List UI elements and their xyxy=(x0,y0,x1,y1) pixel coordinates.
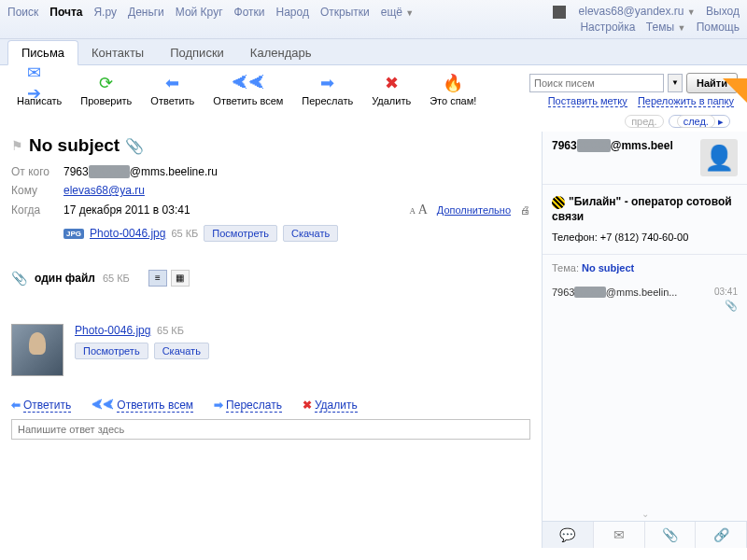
reply-all-button[interactable]: ⮜⮜Ответить всем xyxy=(205,71,290,108)
check-button[interactable]: ⟳Проверить xyxy=(73,71,139,108)
attachment-icon: 📎 xyxy=(125,137,144,155)
tab-mail[interactable]: Письма xyxy=(7,40,78,65)
search-input[interactable] xyxy=(529,74,664,92)
toolbar: ✉➔Написать ⟳Проверить ⬅Ответить ⮜⮜Ответи… xyxy=(0,65,747,114)
compose-button[interactable]: ✉➔Написать xyxy=(9,71,69,108)
next-msg[interactable]: след. ▸ xyxy=(669,115,730,128)
tab-subscriptions[interactable]: Подписки xyxy=(157,41,237,64)
move-folder-link[interactable]: Переложить в папку xyxy=(638,95,734,107)
foot-chat-icon[interactable]: 💬 xyxy=(543,522,594,548)
download-attachment-button[interactable]: Скачать xyxy=(283,225,338,242)
set-label-link[interactable]: Поставить метку xyxy=(548,95,627,107)
side-sender: 7963XXXX@mms.beel xyxy=(552,139,693,152)
top-nav-right: elevas68@yandex.ru ▼ Выход Настройка Тем… xyxy=(553,4,740,35)
message-actions: ⬅Ответить ⮜⮜Ответить всем ➡Переслать ✖Уд… xyxy=(11,399,530,412)
forward-button[interactable]: ➡Переслать xyxy=(294,71,360,108)
thread-item[interactable]: 7963XXXX@mms.beelin... 03:41 xyxy=(552,287,738,298)
when-label: Когда xyxy=(11,203,63,217)
action-delete[interactable]: Удалить xyxy=(315,399,358,413)
forward-arrow-icon: ➡ xyxy=(214,399,223,412)
side-footer: 💬 ✉ 📎 🔗 xyxy=(543,521,747,548)
message-pane: ⚑ No subject 📎 От кого 7963XXXXX@mms.bee… xyxy=(0,132,542,548)
foot-link-icon[interactable]: 🔗 xyxy=(696,522,747,548)
prev-msg[interactable]: пред. xyxy=(625,115,663,128)
extra-link[interactable]: Дополнительно xyxy=(437,204,511,216)
logout-link[interactable]: Выход xyxy=(706,5,740,18)
jpg-badge-icon: JPG xyxy=(63,229,84,239)
nav-yaru[interactable]: Я.ру xyxy=(93,6,117,19)
phone-label: Телефон: xyxy=(552,231,598,243)
view-list-button[interactable]: ≡ xyxy=(148,270,167,287)
quick-reply-input[interactable] xyxy=(11,419,530,440)
delete-x-icon: ✖ xyxy=(303,399,312,412)
tab-calendar[interactable]: Календарь xyxy=(237,41,325,64)
top-nav-left: Поиск Почта Я.ру Деньги Мой Круг Фотки Н… xyxy=(7,4,414,19)
files-total-size: 65 КБ xyxy=(103,273,130,284)
theme-value[interactable]: No subject xyxy=(582,262,634,273)
pager: пред. след. ▸ xyxy=(0,114,747,132)
sender-card: "Билайн" - оператор сотовой связи Телефо… xyxy=(543,185,747,255)
attachment-name[interactable]: Photo-0046.jpg xyxy=(90,227,165,240)
nav-cards[interactable]: Открытки xyxy=(320,6,370,19)
file-card: Photo-0046.jpg 65 КБ Посмотреть Скачать xyxy=(11,324,530,376)
attachment-inline: JPG Photo-0046.jpg 65 КБ Посмотреть Скач… xyxy=(63,225,530,242)
corner-fold-icon xyxy=(723,78,747,103)
nav-narod[interactable]: Народ xyxy=(276,6,309,19)
main-area: ⚑ No subject 📎 От кого 7963XXXXX@mms.bee… xyxy=(0,132,747,548)
view-grid-button[interactable]: ▦ xyxy=(171,270,190,287)
when-value: 17 декабря 2011 в 03:41 xyxy=(63,203,190,217)
user-menu[interactable]: elevas68@yandex.ru ▼ xyxy=(579,5,696,18)
beeline-icon xyxy=(552,196,565,209)
nav-money[interactable]: Деньги xyxy=(128,6,164,19)
phone-value: +7 (812) 740-60-00 xyxy=(600,231,688,243)
spam-button[interactable]: 🔥Это спам! xyxy=(422,71,484,108)
action-forward[interactable]: Переслать xyxy=(226,399,282,413)
search-dropdown[interactable]: ▼ xyxy=(668,74,683,92)
action-reply-all[interactable]: Ответить всем xyxy=(117,399,193,413)
card-title: "Билайн" - оператор сотовой связи xyxy=(552,195,732,223)
top-nav: Поиск Почта Я.ру Деньги Мой Круг Фотки Н… xyxy=(0,0,747,39)
thread-clip-icon: 📎 xyxy=(552,300,738,312)
themes-link[interactable]: Темы ▼ xyxy=(646,21,685,34)
file-thumbnail[interactable] xyxy=(11,324,63,376)
thread-panel: Тема: No subject 7963XXXX@mms.beelin... … xyxy=(543,255,747,507)
font-size-toggle[interactable]: A A xyxy=(409,203,427,217)
avatar-icon xyxy=(553,6,566,19)
side-pane: 7963XXXX@mms.beel 👤 "Билайн" - оператор … xyxy=(542,132,747,548)
action-reply[interactable]: Ответить xyxy=(23,399,71,413)
theme-label: Тема: xyxy=(552,262,579,273)
sender-avatar: 👤 xyxy=(700,139,738,176)
reply-arrow-icon: ⬅ xyxy=(11,399,21,412)
reply-all-arrow-icon: ⮜⮜ xyxy=(92,399,114,412)
reply-button[interactable]: ⬅Ответить xyxy=(143,71,202,108)
settings-link[interactable]: Настройка xyxy=(580,21,635,34)
print-icon[interactable]: 🖨 xyxy=(520,204,530,216)
tab-contacts[interactable]: Контакты xyxy=(78,41,157,64)
nav-fotki[interactable]: Фотки xyxy=(234,6,265,19)
expand-icon[interactable]: ⌄ xyxy=(543,507,747,521)
tabs-bar: Письма Контакты Подписки Календарь xyxy=(0,39,747,65)
to-label: Кому xyxy=(11,184,63,197)
foot-attach-icon[interactable]: 📎 xyxy=(645,522,697,548)
view-attachment-button[interactable]: Посмотреть xyxy=(204,225,277,242)
nav-search[interactable]: Поиск xyxy=(7,6,38,19)
from-value: 7963XXXXX@mms.beeline.ru xyxy=(63,165,218,178)
foot-mail-icon[interactable]: ✉ xyxy=(594,522,645,548)
file-download-button[interactable]: Скачать xyxy=(154,343,209,359)
help-link[interactable]: Помощь xyxy=(697,21,740,34)
nav-moikrug[interactable]: Мой Круг xyxy=(176,6,223,19)
file-view-button[interactable]: Посмотреть xyxy=(75,343,148,359)
to-value[interactable]: elevas68@ya.ru xyxy=(63,184,145,197)
thread-sender: 7963XXXX@mms.beelin... xyxy=(552,287,677,298)
flag-icon[interactable]: ⚑ xyxy=(11,138,23,153)
nav-more[interactable]: ещё ▼ xyxy=(381,6,415,19)
nav-mail[interactable]: Почта xyxy=(49,6,82,19)
delete-button[interactable]: ✖Удалить xyxy=(364,71,418,108)
thread-time: 03:41 xyxy=(714,287,738,298)
subject: No subject xyxy=(29,135,120,156)
files-count: один файл xyxy=(35,272,95,285)
file-name[interactable]: Photo-0046.jpg xyxy=(75,324,150,337)
file-size: 65 КБ xyxy=(157,325,184,336)
from-label: От кого xyxy=(11,165,63,178)
clip-icon: 📎 xyxy=(11,271,27,286)
